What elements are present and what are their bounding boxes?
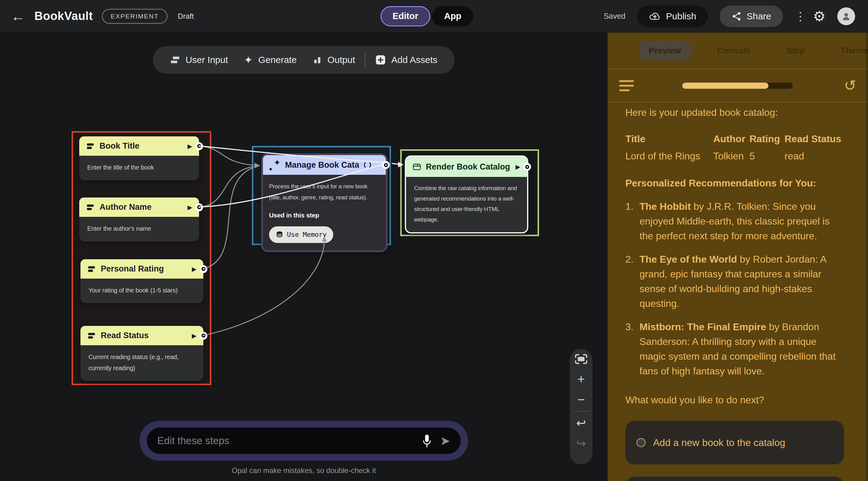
output-port[interactable] [199, 265, 207, 273]
cell-rating: 5 [749, 147, 784, 164]
add-assets-button[interactable]: Add Assets [367, 55, 445, 65]
node-description: Your rating of the book (1-5 stars) [81, 278, 203, 303]
generate-sparkle-icon: ✦ [244, 55, 253, 65]
edit-prompt-bar: ➤ [140, 421, 468, 461]
app-screen: ← BookVault EXPERIMENT Draft Editor App … [0, 0, 868, 481]
top-bar-right: Saved Publish Share ⋮ ⚙ [603, 5, 868, 27]
settings-gear-icon[interactable]: ⚙ [813, 9, 826, 23]
user-input-icon [86, 204, 95, 211]
preview-content: Here is your updated book catalog: Title… [625, 105, 844, 481]
node-description: Process the user's input for a new book … [269, 181, 380, 203]
mode-toggle: Editor App [380, 6, 473, 26]
rec-number: 2. [625, 252, 640, 311]
zoom-in-button[interactable]: + [570, 369, 592, 389]
recommendations-heading: Personalized Recommendations for You: [625, 176, 844, 190]
disclaimer-text: Opal can make mistakes, so double-check … [231, 466, 376, 475]
node-render-book-catalog[interactable]: Render Book Catalog an... ▶ Combine the … [405, 155, 528, 234]
output-port[interactable] [195, 203, 203, 211]
rec-number: 1. [625, 199, 640, 243]
node-personal-rating[interactable]: Personal Rating ▶ Your rating of the boo… [81, 259, 203, 303]
user-input-icon [86, 143, 95, 150]
publish-button[interactable]: Publish [637, 5, 708, 27]
col-author: Author [713, 130, 749, 147]
node-header[interactable]: ✦ ◆ Manage Book Catalog [263, 155, 386, 175]
experiment-badge: EXPERIMENT [102, 9, 167, 24]
tab-app[interactable]: App [432, 6, 473, 26]
col-read-status: Read Status [784, 130, 844, 147]
run-step-icon[interactable]: ▶ [516, 163, 520, 171]
node-author-name[interactable]: Author Name ▶ Enter the author's name [79, 198, 199, 241]
mic-icon [422, 433, 432, 448]
node-book-title[interactable]: Book Title ▶ Enter the title of the book [79, 137, 199, 180]
add-book-option-button[interactable]: Add a new book to the catalog [625, 421, 844, 464]
undo-button[interactable]: ↩ [570, 413, 592, 433]
refresh-icon[interactable]: ↺ [844, 78, 856, 93]
user-input-icon [170, 56, 180, 64]
node-header[interactable]: Personal Rating ▶ [81, 259, 203, 278]
node-description: Enter the author's name [79, 217, 199, 241]
mic-button[interactable] [422, 433, 432, 448]
panel-tabs: Preview Console Step Theme [608, 33, 868, 69]
person-icon [841, 11, 851, 22]
redo-button[interactable]: ↪ [570, 433, 592, 453]
book-table: Title Author Rating Read Status Lord of … [625, 130, 844, 164]
node-title: Manage Book Catalog [285, 160, 359, 170]
edit-steps-input[interactable] [157, 435, 414, 447]
output-button[interactable]: Output [305, 55, 363, 65]
menu-hamburger-icon[interactable] [619, 80, 634, 91]
node-toolbar: User Input ✦ Generate Output Add Assets [153, 46, 455, 74]
node-description: Current reading status (e.g., read, curr… [81, 345, 203, 381]
tab-editor[interactable]: Editor [380, 6, 430, 26]
output-port[interactable] [523, 163, 531, 171]
running-spinner-icon [364, 161, 371, 169]
node-header[interactable]: Render Book Catalog an... ▶ [406, 157, 527, 177]
avatar[interactable] [837, 7, 855, 25]
progress-bar-fill [682, 83, 769, 89]
webpage-icon [413, 163, 421, 171]
col-rating: Rating [749, 130, 784, 147]
page-title: BookVault [34, 9, 93, 23]
node-description: Combine the raw catalog information and … [406, 177, 527, 232]
output-port[interactable] [199, 332, 207, 340]
node-header[interactable]: Book Title ▶ [79, 137, 199, 156]
user-input-label: User Input [186, 55, 228, 65]
top-bar-left: ← BookVault EXPERIMENT Draft [0, 9, 194, 24]
generate-sparkle-icon: ✦ ◆ [270, 160, 280, 170]
node-read-status[interactable]: Read Status ▶ Current reading status (e.… [81, 326, 203, 381]
back-button[interactable]: ← [11, 9, 25, 23]
output-port[interactable] [195, 142, 203, 150]
run-step-icon[interactable]: ▶ [192, 332, 196, 339]
next-option-button-partial[interactable] [625, 477, 844, 481]
user-input-button[interactable]: User Input [162, 55, 236, 65]
run-step-icon[interactable]: ▶ [192, 265, 196, 273]
node-header[interactable]: Read Status ▶ [81, 326, 203, 345]
share-label: Share [747, 11, 771, 22]
tab-theme[interactable]: Theme [832, 41, 868, 61]
tab-console[interactable]: Console [708, 41, 760, 61]
panel-scrollbar[interactable] [866, 33, 868, 481]
cell-author: Tolkien [713, 147, 749, 164]
workflow-canvas[interactable]: User Input ✦ Generate Output Add Assets [0, 33, 608, 481]
edit-prompt-inner: ➤ [147, 427, 461, 454]
use-memory-chip[interactable]: Use Memory [269, 227, 333, 243]
share-icon [731, 11, 742, 22]
recommendation-item: 2. The Eye of the World by Robert Jordan… [625, 252, 844, 311]
run-step-icon[interactable]: ▶ [188, 204, 192, 211]
tab-step[interactable]: Step [777, 41, 814, 61]
zoom-out-button[interactable]: − [570, 389, 592, 410]
node-body: Process the user's input for a new book … [263, 175, 386, 250]
node-manage-book-catalog[interactable]: ✦ ◆ Manage Book Catalog Process the user… [261, 153, 388, 252]
output-port[interactable] [382, 161, 390, 169]
tab-preview[interactable]: Preview [640, 41, 690, 61]
overflow-menu-icon[interactable]: ⋮ [795, 9, 801, 23]
recommendation-item: 3. Mistborn: The Final Empire by Brandon… [625, 320, 844, 379]
generate-button[interactable]: ✦ Generate [236, 55, 305, 65]
add-assets-label: Add Assets [391, 55, 437, 65]
toolbar-divider [365, 52, 366, 68]
run-step-icon[interactable]: ▶ [188, 143, 192, 150]
send-button[interactable]: ➤ [440, 434, 450, 447]
fit-view-button[interactable] [570, 349, 592, 369]
rec-text: The Eye of the World by Robert Jordan: A… [640, 252, 844, 311]
node-header[interactable]: Author Name ▶ [79, 198, 199, 217]
share-button[interactable]: Share [720, 5, 783, 27]
